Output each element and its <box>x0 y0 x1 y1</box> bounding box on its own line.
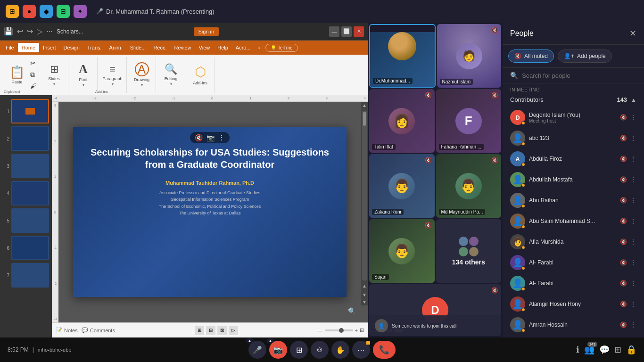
slide-preview-1[interactable] <box>11 99 49 123</box>
taskbar-more-wrap: ⋯ <box>352 341 370 359</box>
reading-view-button[interactable]: ⊠ <box>217 326 227 335</box>
scroll-page-up[interactable]: ▲ <box>362 283 367 288</box>
slide-preview-7[interactable] <box>11 263 49 288</box>
taskbar-raise-hand-button[interactable]: ✋ <box>331 341 349 359</box>
taskbar-mic-button[interactable]: 🎤 <box>248 341 266 359</box>
slide-preview-5[interactable] <box>11 208 49 233</box>
person-more-button-abdulla[interactable]: ⋮ <box>630 155 636 163</box>
new-slide-button[interactable]: ⊞ Slides ▾ <box>46 63 63 87</box>
slide-mic-off-icon[interactable]: 🔇 <box>195 134 203 141</box>
person-more-button-abu-raihan[interactable]: ⋮ <box>630 197 636 204</box>
all-muted-button[interactable]: 🔇 All muted <box>508 49 554 63</box>
zoom-slider[interactable] <box>325 329 353 331</box>
person-more-button-amran[interactable]: ⋮ <box>630 321 636 329</box>
slide-canvas[interactable]: 🔇 📷 ⋮ Securing Scholarships for USA Stud… <box>73 127 347 297</box>
slide-more-icon[interactable]: ⋮ <box>218 134 225 141</box>
sujan-photo: 👨 <box>394 243 410 259</box>
slide-video-off-icon[interactable]: 📷 <box>206 134 215 141</box>
tab-acrobat[interactable]: Acro... <box>232 43 255 52</box>
drawing-button[interactable]: A Drawing ▾ <box>133 63 150 87</box>
font-button[interactable]: A Font ▾ <box>75 63 92 87</box>
person-more-button-alamgir[interactable]: ⋮ <box>630 300 636 308</box>
taskbar-end-call-button[interactable]: 📞 <box>373 341 396 359</box>
presenter-view-button[interactable]: ▷ <box>229 326 238 335</box>
sys-icon-blue[interactable]: ◆ <box>40 5 53 18</box>
tab-more[interactable]: › <box>255 43 264 52</box>
taskbar-emoji-button[interactable]: ☺ <box>311 341 329 359</box>
search-input[interactable] <box>522 72 636 79</box>
tab-view[interactable]: View <box>195 43 214 52</box>
people-panel: People ✕ 🔇 All muted 👤+ Add people 🔍 IN … <box>503 23 644 337</box>
tab-design[interactable]: Design <box>60 43 83 52</box>
cut-button[interactable]: ✂ <box>30 59 37 67</box>
person-more-button-degonto[interactable]: ⋮ <box>630 114 636 121</box>
zoom-fit-button[interactable]: ⊞ <box>360 327 364 333</box>
video-tile-sujan: 👨 🔇 Sujan <box>369 219 435 283</box>
comments-button[interactable]: 💬 Comments <box>82 327 115 333</box>
tab-record[interactable]: Recc. <box>149 43 170 52</box>
contributors-chevron[interactable]: ▲ <box>631 97 636 103</box>
ppt-redo-icon[interactable]: ↪ <box>27 27 33 36</box>
sys-icon-red[interactable]: ● <box>23 5 36 18</box>
tab-animations[interactable]: Anim. <box>106 43 126 52</box>
slide-preview-2[interactable] <box>11 126 49 151</box>
add-people-button[interactable]: 👤+ Add people <box>558 49 612 63</box>
ppt-undo-icon[interactable]: ↩ <box>17 27 23 36</box>
scroll-page-down[interactable]: ▼ <box>362 292 367 297</box>
tab-file[interactable]: File <box>2 43 18 52</box>
slide-preview-content-7 <box>12 264 48 287</box>
zoom-in-button[interactable]: + <box>355 328 358 333</box>
scroll-down-arrow[interactable]: ▼ <box>362 299 367 304</box>
ppt-minimize-button[interactable]: — <box>329 26 339 37</box>
tab-slideshow[interactable]: Slide... <box>126 43 150 52</box>
person-more-button-abc123[interactable]: ⋮ <box>630 134 636 142</box>
grid-view-button[interactable]: ⊟ <box>206 326 215 335</box>
scroll-up-arrow[interactable]: ▲ <box>362 103 367 108</box>
format-painter-button[interactable]: 🖌 <box>30 82 37 90</box>
taskbar-present-button[interactable]: ⊞ <box>290 341 308 359</box>
person-more-button-al-farabi1[interactable]: ⋮ <box>630 259 636 266</box>
tab-help[interactable]: Help <box>214 43 232 52</box>
ppt-present-icon[interactable]: ▷ <box>37 27 42 36</box>
person-more-button-abdullah[interactable]: ⋮ <box>630 176 636 183</box>
paragraph-button[interactable]: ≡ Paragraph ▾ <box>104 63 121 87</box>
taskbar-info-button[interactable]: ℹ <box>576 345 579 355</box>
ppt-restore-button[interactable]: ⬜ <box>341 26 352 37</box>
taskbar-lock-button[interactable]: 🔒 <box>626 345 636 355</box>
taskbar-camera-button[interactable]: 📷 <box>269 341 287 359</box>
vertical-scrollbar[interactable]: ▲ ▲ ▼ ▼ <box>361 102 368 305</box>
addins-button[interactable]: ⬡ Add-ins <box>192 63 209 87</box>
people-close-button[interactable]: ✕ <box>629 28 636 39</box>
tab-insert[interactable]: Insert <box>39 43 60 52</box>
tab-transitions[interactable]: Trans. <box>83 43 106 52</box>
sys-icon-purple[interactable]: ✦ <box>74 5 87 18</box>
taskbar-participants-button[interactable]: ⊞ <box>614 345 621 355</box>
copy-button[interactable]: ⧉ <box>30 71 37 79</box>
slide-preview-3[interactable] <box>11 154 49 178</box>
slides-arrow: ▾ <box>53 82 55 86</box>
notes-button[interactable]: 📝 Notes <box>56 327 78 333</box>
nazmul-avatar: 🧑 <box>456 43 482 69</box>
person-name-abu-saim: Abu Saim Mohammad S... <box>529 218 616 224</box>
taskbar-chat-button[interactable]: 💬 <box>599 345 610 355</box>
editing-button[interactable]: 🔍 Editing ▾ <box>163 63 180 87</box>
tab-review[interactable]: Review <box>171 43 195 52</box>
slide-preview-6[interactable] <box>11 236 49 260</box>
sys-icon-yellow[interactable]: ⊞ <box>6 5 19 18</box>
ppt-close-button[interactable]: ✕ <box>354 26 364 37</box>
sys-icon-green[interactable]: ⊟ <box>57 5 70 18</box>
person-more-button-al-farabi2[interactable]: ⋮ <box>630 280 636 287</box>
ppt-more-icon[interactable]: ⋯ <box>46 28 53 35</box>
paste-button[interactable]: 📋 Paste <box>6 58 28 92</box>
person-more-button-afia[interactable]: ⋮ <box>630 238 636 246</box>
person-more-button-abu-saim[interactable]: ⋮ <box>630 217 636 225</box>
zoom-out-button[interactable]: — <box>318 328 323 333</box>
tab-home[interactable]: Home <box>18 43 39 52</box>
slide-preview-4[interactable] <box>11 181 49 206</box>
ppt-sign-in-button[interactable]: Sign in <box>194 27 219 36</box>
zoom-button[interactable]: 🔍 <box>345 304 358 318</box>
normal-view-button[interactable]: ⊞ <box>195 326 204 335</box>
ppt-save-icon[interactable]: 💾 <box>4 27 13 36</box>
tab-tell-me[interactable]: 💡 Tell me <box>265 44 297 52</box>
zakaria-name: Zakaria Roni <box>372 209 404 215</box>
